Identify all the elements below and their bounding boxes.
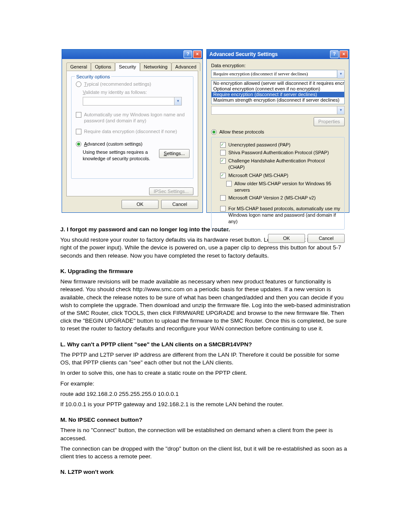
list-item[interactable]: Optional encryption (connect even if no …	[212, 86, 344, 92]
protocol-label: Challenge Handshake Authentication Proto…	[228, 158, 341, 171]
require-encryption-checkbox	[76, 129, 81, 134]
tab-general[interactable]: General	[66, 62, 91, 71]
close-button[interactable]: ×	[339, 50, 348, 58]
cancel-button[interactable]: Cancel	[161, 200, 198, 209]
cancel-button[interactable]: Cancel	[308, 234, 345, 243]
advanced-note: Using these settings requires a knowledg…	[83, 149, 156, 162]
tab-strip: General Options Security Networking Adva…	[66, 62, 198, 71]
section-k-title: K. Upgrading the firmware	[60, 268, 351, 275]
protocol-row: Challenge Handshake Authentication Proto…	[220, 158, 341, 171]
protocol-row: Unencrypted password (PAP)	[220, 142, 341, 148]
tab-options[interactable]: Options	[91, 62, 115, 71]
section-m-b1: There is no "Connect" button, the connec…	[60, 426, 351, 442]
section-l-b4: route add 192.168.2.0 255.255.255.0 10.0…	[60, 390, 351, 398]
titlebar: ? ×	[62, 50, 202, 59]
ok-button[interactable]: OK	[121, 200, 159, 209]
security-tab-panel: Security options Typical (recommended se…	[66, 71, 198, 196]
title-text	[65, 51, 184, 58]
section-n-title: N. L2TP won't work	[60, 468, 351, 476]
secondary-combo-arrow: ▾	[337, 106, 345, 115]
validate-label: Validate my identity as follows:	[83, 89, 190, 96]
mschap-auto-logon-label: For MS-CHAP based protocols, automatical…	[228, 205, 341, 225]
help-button[interactable]: ?	[330, 50, 339, 58]
list-item[interactable]: No encryption allowed (server will disco…	[212, 81, 344, 86]
titlebar: Advanced Security Settings ? ×	[207, 50, 349, 59]
advanced-label: Advanced (custom settings)	[84, 141, 143, 147]
combo-arrow[interactable]: ▾	[337, 70, 345, 78]
validate-combo	[83, 97, 174, 106]
protocol-label: Shiva Password Authentication Protocol (…	[228, 149, 329, 156]
protocol-checkbox[interactable]	[220, 173, 226, 178]
close-button[interactable]: ×	[193, 50, 202, 58]
section-k-body: New firmware revisions will be made avai…	[60, 278, 351, 333]
allow-protocols-label: Allow these protocols	[219, 129, 264, 135]
section-m-title: M. No IPSEC connect button?	[60, 416, 351, 424]
ok-button[interactable]: OK	[268, 234, 305, 243]
allow-protocols-radio[interactable]	[211, 129, 217, 135]
protocol-label: Allow older MS-CHAP version for Windows …	[234, 180, 341, 193]
protocol-checkbox[interactable]	[220, 158, 226, 164]
typical-radio[interactable]	[76, 81, 81, 87]
data-encryption-label: Data encryption:	[211, 62, 345, 69]
section-l-b2: In order to solve this, one has to creat…	[60, 369, 351, 377]
auto-logon-checkbox	[76, 112, 81, 118]
help-button[interactable]: ?	[184, 50, 192, 58]
typical-label: Typical (recommended settings)	[84, 81, 151, 87]
require-encryption-label: Require data encryption (disconnect if n…	[84, 128, 177, 135]
section-l-title: L. Why can't a PPTP client "see" the LAN…	[60, 341, 351, 348]
advanced-radio[interactable]	[76, 141, 81, 147]
list-item[interactable]: Require encryption (disconnect if server…	[212, 92, 344, 97]
advanced-security-settings-dialog: Advanced Security Settings ? × Data encr…	[206, 49, 349, 213]
settings-button[interactable]: Settings...	[159, 149, 190, 158]
protocol-label: Microsoft CHAP Version 2 (MS-CHAP v2)	[228, 195, 316, 201]
group-title: Security options	[75, 74, 111, 80]
protocol-row: Shiva Password Authentication Protocol (…	[220, 149, 341, 156]
data-encryption-combo[interactable]	[211, 70, 337, 78]
protocol-checkbox[interactable]	[220, 195, 226, 201]
ipsec-settings-button[interactable]: IPSec Settings...	[149, 187, 193, 195]
mschap-auto-logon-checkbox[interactable]	[220, 206, 226, 212]
security-options-group: Security options Typical (recommended se…	[71, 76, 193, 179]
list-item[interactable]: Maximum strength encryption (disconnect …	[212, 97, 344, 103]
validate-combo-arrow: ▾	[174, 97, 182, 106]
document-body: J. I forgot my password and can no longe…	[0, 226, 411, 476]
section-m-b2: The connection can be dropped with the "…	[60, 445, 351, 460]
tab-security[interactable]: Security	[115, 62, 140, 71]
protocol-label: Microsoft CHAP (MS-CHAP)	[228, 172, 288, 179]
protocol-checkbox[interactable]	[220, 150, 226, 156]
protocol-row: Microsoft CHAP Version 2 (MS-CHAP v2)	[220, 195, 341, 201]
section-l-b1: The PPTP and L2TP server IP address are …	[60, 351, 351, 367]
section-l-b5: If 10.0.0.1 is your PPTP gateway and 192…	[60, 401, 351, 408]
title-text: Advanced Security Settings	[209, 51, 330, 58]
tab-networking[interactable]: Networking	[140, 62, 171, 71]
protocol-checkbox[interactable]	[220, 142, 226, 148]
secondary-combo	[211, 106, 337, 115]
protocol-row: Microsoft CHAP (MS-CHAP)	[220, 172, 341, 179]
protocols-group: Unencrypted password (PAP)Shiva Password…	[211, 137, 345, 230]
protocol-checkbox[interactable]	[226, 181, 232, 187]
section-l-b3: For example:	[60, 380, 351, 388]
encryption-options-list[interactable]: No encryption allowed (server will disco…	[211, 80, 345, 104]
protocol-row: Allow older MS-CHAP version for Windows …	[226, 180, 341, 193]
protocol-label: Unencrypted password (PAP)	[228, 142, 290, 148]
tab-advanced[interactable]: Advanced	[171, 62, 200, 71]
auto-logon-label: Automatically use my Windows logon name …	[84, 112, 190, 124]
connection-properties-dialog: ? × General Options Security Networking …	[62, 49, 203, 213]
properties-button: Properties	[314, 117, 345, 126]
